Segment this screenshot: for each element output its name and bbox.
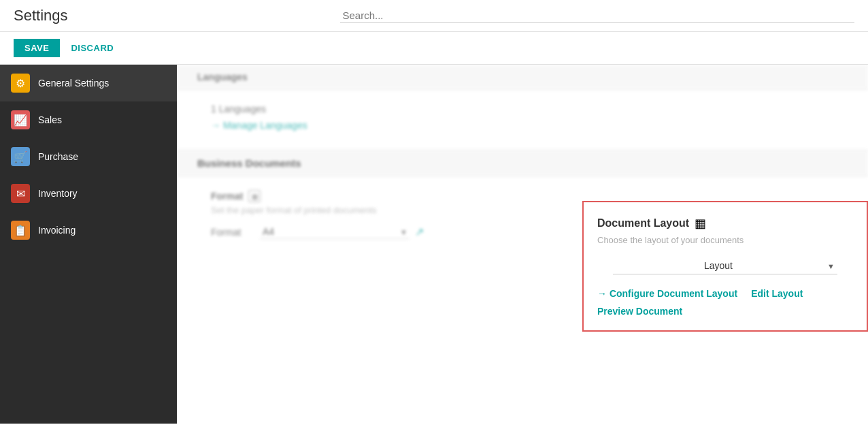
manage-languages-link[interactable]: Manage Languages [211, 120, 834, 131]
business-docs-header: Business Documents [177, 150, 868, 176]
general-settings-icon: ⚙ [11, 74, 30, 93]
doc-layout-actions: Configure Document Layout Edit Layout [597, 288, 853, 299]
edit-layout-link[interactable]: Edit Layout [751, 288, 803, 299]
search-input[interactable] [340, 8, 855, 23]
action-bar: SAVE DISCARD [0, 32, 868, 65]
sidebar-item-purchase[interactable]: 🛒 Purchase [0, 138, 177, 175]
search-bar [340, 8, 855, 23]
sidebar-item-general[interactable]: ⚙ General Settings [0, 65, 177, 101]
doc-layout-desc: Choose the layout of your documents [597, 235, 853, 245]
format-icon: ▦ [248, 190, 261, 202]
preview-document-link[interactable]: Preview Document [597, 306, 853, 317]
sales-icon: 📈 [11, 110, 30, 129]
external-link-icon[interactable]: ↗ [415, 225, 424, 238]
format-select-wrapper: A4 Letter A3 ▼ ↗ [260, 225, 424, 239]
sidebar-label-invoicing: Invoicing [38, 225, 76, 236]
doc-layout-header: Document Layout ▦ [597, 216, 853, 231]
purchase-icon: 🛒 [11, 147, 30, 166]
invoicing-icon: 📋 [11, 221, 30, 240]
sidebar: ⚙ General Settings 📈 Sales 🛒 Purchase ✉ … [0, 65, 177, 424]
sidebar-label-inventory: Inventory [38, 188, 78, 199]
languages-section-content: 1 Languages Manage Languages [177, 90, 868, 144]
configure-document-layout-link[interactable]: Configure Document Layout [597, 288, 737, 299]
languages-section-header: Languages [177, 65, 868, 90]
content-area: Languages 1 Languages Manage Languages B… [177, 65, 868, 424]
doc-layout-title: Document Layout [597, 217, 689, 230]
sidebar-label-purchase: Purchase [38, 151, 78, 162]
sidebar-label-general: General Settings [38, 78, 109, 89]
document-layout-card: Document Layout ▦ Choose the layout of y… [582, 201, 868, 332]
sidebar-item-inventory[interactable]: ✉ Inventory [0, 175, 177, 212]
save-button[interactable]: SAVE [14, 39, 60, 57]
inventory-icon: ✉ [11, 184, 30, 203]
sidebar-item-invoicing[interactable]: 📋 Invoicing [0, 212, 177, 249]
discard-button[interactable]: DISCARD [71, 43, 114, 53]
format-select[interactable]: A4 Letter A3 [260, 225, 410, 239]
sidebar-item-sales[interactable]: 📈 Sales [0, 101, 177, 138]
format-field-label: Format [211, 227, 252, 238]
layout-select-wrapper: Layout ▼ [613, 257, 837, 274]
format-label: Format [211, 191, 243, 202]
layout-select[interactable]: Layout [613, 257, 837, 274]
sidebar-label-sales: Sales [38, 114, 62, 125]
doc-layout-icon: ▦ [695, 216, 706, 231]
page-title: Settings [14, 7, 68, 25]
layout-select-row: Layout ▼ [597, 257, 853, 274]
languages-count: 1 Languages [211, 104, 834, 114]
